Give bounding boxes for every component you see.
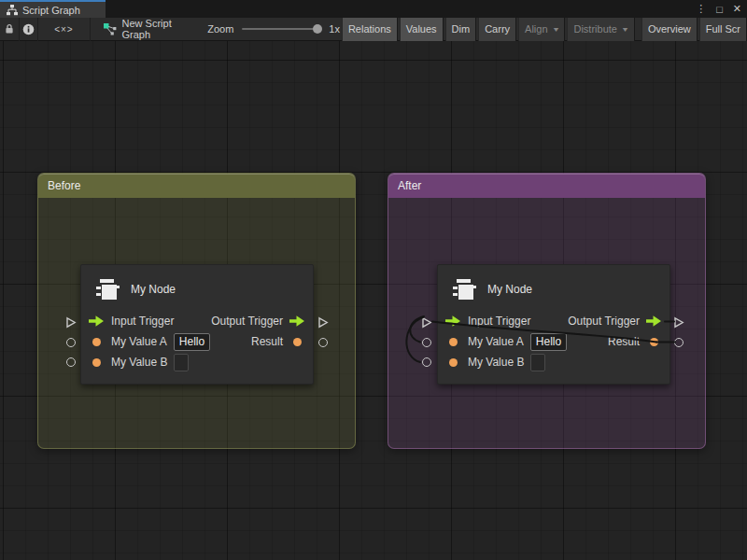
zoom-value: 1x xyxy=(329,23,340,35)
value-b-input[interactable] xyxy=(530,354,545,371)
external-value-a-marker[interactable] xyxy=(422,338,431,347)
result-label: Result xyxy=(251,335,283,348)
close-button[interactable]: ✕ xyxy=(733,3,741,15)
distribute-dropdown[interactable]: Distribute ▼ xyxy=(567,18,634,41)
trigger-row: Input Trigger Output Trigger xyxy=(438,311,669,331)
graph-canvas[interactable]: Before My Node xyxy=(0,41,747,560)
align-dropdown[interactable]: Align ▼ xyxy=(518,18,565,41)
script-graph-window: Script Graph ⋮ □ ✕ xyxy=(0,0,747,560)
group-before[interactable]: Before My Node xyxy=(37,173,356,449)
group-after[interactable]: After My Node xyxy=(388,173,706,449)
value-a-input[interactable]: Hello xyxy=(530,333,567,351)
port-rows: Input Trigger Output Trigger My Value A … xyxy=(81,311,313,372)
chevron-down-icon: ▼ xyxy=(551,26,559,33)
value-a-row: My Value A Hello Result xyxy=(81,331,313,352)
group-before-header[interactable]: Before xyxy=(38,174,355,198)
node-title: My Node xyxy=(131,283,176,296)
value-b-row: My Value B xyxy=(438,352,669,372)
node-my-node-after[interactable]: My Node Input Trigger Output Trigger xyxy=(437,264,670,385)
node-my-node-before[interactable]: My Node Input Trigger Output Trigger xyxy=(80,264,314,385)
external-output-trigger-marker[interactable] xyxy=(317,315,329,332)
value-b-port-icon[interactable] xyxy=(445,358,461,367)
overview-button[interactable]: Overview xyxy=(641,18,698,41)
value-a-port-icon[interactable] xyxy=(445,338,461,346)
value-a-label: My Value A xyxy=(111,335,167,348)
value-b-port-icon[interactable] xyxy=(89,358,105,367)
external-input-trigger-marker[interactable] xyxy=(421,315,432,332)
graph-toolbar: <×> New Script Graph Zoom 1x Relati xyxy=(0,18,747,41)
result-label: Result xyxy=(608,335,640,348)
maximize-button[interactable]: □ xyxy=(716,4,723,15)
zoom-control: Zoom 1x xyxy=(207,23,340,35)
code-icon: <×> xyxy=(54,24,74,35)
output-trigger-port-icon[interactable] xyxy=(646,315,662,327)
value-b-input[interactable] xyxy=(174,354,189,371)
input-trigger-label: Input Trigger xyxy=(468,315,530,328)
tab-label: Script Graph xyxy=(22,5,80,16)
external-value-b-marker[interactable] xyxy=(422,357,431,367)
zoom-slider[interactable] xyxy=(242,28,320,30)
output-trigger-label: Output Trigger xyxy=(568,315,640,328)
graph-name-label: New Script Graph xyxy=(122,18,186,40)
result-port-icon[interactable] xyxy=(646,338,662,346)
input-trigger-port-icon[interactable] xyxy=(89,315,105,327)
dim-toggle[interactable]: Dim xyxy=(445,18,477,41)
output-trigger-label: Output Trigger xyxy=(211,315,283,328)
lock-button[interactable] xyxy=(0,18,20,41)
value-b-label: My Value B xyxy=(468,356,524,369)
value-a-row: My Value A Hello Result xyxy=(438,331,669,352)
unit-icon xyxy=(95,279,120,301)
external-value-b-marker[interactable] xyxy=(66,357,76,367)
zoom-label: Zoom xyxy=(207,23,233,35)
value-a-input[interactable]: Hello xyxy=(174,333,210,351)
fullscreen-button[interactable]: Full Scr xyxy=(699,18,747,41)
unit-icon xyxy=(452,279,477,301)
tab-script-graph[interactable]: Script Graph xyxy=(0,0,106,18)
info-icon xyxy=(22,23,35,35)
group-after-header[interactable]: After xyxy=(388,174,705,198)
external-value-a-marker[interactable] xyxy=(66,338,76,347)
tab-bar: Script Graph ⋮ □ ✕ xyxy=(0,0,747,18)
external-result-marker[interactable] xyxy=(318,338,328,347)
window-controls: ⋮ □ ✕ xyxy=(696,0,741,18)
value-a-port-icon[interactable] xyxy=(89,338,105,346)
carry-toggle[interactable]: Carry xyxy=(478,18,516,41)
chevron-down-icon: ▼ xyxy=(621,26,629,33)
external-input-trigger-marker[interactable] xyxy=(65,315,77,332)
value-b-label: My Value B xyxy=(111,356,167,369)
input-trigger-port-icon[interactable] xyxy=(445,315,461,327)
code-preview-button[interactable]: <×> xyxy=(38,18,90,41)
toolbar-buttons: Relations Values Dim Carry Align ▼ Distr… xyxy=(340,18,747,41)
trigger-row: Input Trigger Output Trigger xyxy=(81,311,313,331)
group-title: After xyxy=(398,179,421,192)
input-trigger-label: Input Trigger xyxy=(111,315,174,328)
value-a-label: My Value A xyxy=(468,335,524,348)
external-result-marker[interactable] xyxy=(674,338,684,347)
graph-name-cluster: New Script Graph xyxy=(91,18,195,40)
result-port-icon[interactable] xyxy=(289,338,305,346)
output-trigger-port-icon[interactable] xyxy=(289,315,305,327)
group-title: Before xyxy=(48,179,80,192)
value-b-row: My Value B xyxy=(81,352,313,372)
node-header: My Node xyxy=(438,265,669,301)
graph-icon xyxy=(104,23,117,35)
node-title: My Node xyxy=(487,283,532,296)
window-menu-button[interactable]: ⋮ xyxy=(696,3,706,15)
lock-icon xyxy=(4,23,15,35)
zoom-slider-thumb[interactable] xyxy=(313,24,322,34)
info-button[interactable] xyxy=(20,18,39,41)
port-rows: Input Trigger Output Trigger My Value A … xyxy=(438,311,669,372)
hierarchy-icon xyxy=(7,5,18,16)
node-header: My Node xyxy=(81,265,313,301)
relations-toggle[interactable]: Relations xyxy=(342,18,398,41)
values-toggle[interactable]: Values xyxy=(400,18,444,41)
external-output-trigger-marker[interactable] xyxy=(673,315,684,332)
